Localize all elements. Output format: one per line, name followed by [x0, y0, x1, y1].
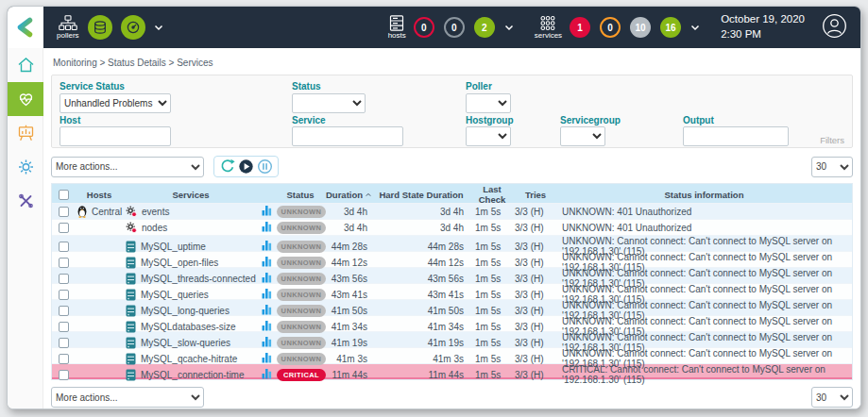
top-action-bar: More actions... 30	[51, 156, 853, 177]
row-checkbox[interactable]	[59, 370, 69, 380]
row-checkbox[interactable]	[59, 322, 69, 332]
col-last-check[interactable]: Last Check	[469, 184, 515, 205]
col-tries[interactable]: Tries	[515, 190, 556, 200]
more-actions-select-top[interactable]: More actions...	[51, 157, 204, 177]
service-cell[interactable]: MySQL_long-queries	[124, 305, 258, 317]
row-checkbox[interactable]	[59, 242, 69, 252]
services-chevron-down-icon[interactable]	[690, 25, 700, 31]
table-row[interactable]: MySQLdatabases-size UNKNOWN 41m 34s 41m …	[52, 315, 852, 331]
main-content: Monitoring > Status Details > Services S…	[43, 48, 860, 409]
service-cell[interactable]: MySQL_connection-time	[124, 369, 258, 381]
current-date: October 19, 2020	[721, 12, 805, 27]
tries-cell: 3/3 (H)	[515, 274, 556, 284]
more-actions-select-bottom[interactable]: More actions...	[51, 387, 204, 408]
graph-cell[interactable]	[258, 272, 275, 285]
page-size-select-bottom[interactable]: 30	[811, 387, 853, 408]
service-cell[interactable]: MySQL_threads-connected	[124, 273, 258, 285]
status-information-cell: CRITICAL: Cannot connect: Can't connect …	[556, 364, 852, 385]
duration-cell: 11m 44s	[326, 370, 373, 380]
sidebar-item-configuration[interactable]	[8, 150, 43, 184]
graph-cell[interactable]	[258, 304, 275, 317]
col-duration[interactable]: Duration	[326, 190, 373, 200]
centreon-logo[interactable]	[8, 7, 43, 48]
play-icon[interactable]	[238, 158, 254, 175]
table-row[interactable]: MySQL_slow-queries UNKNOWN 41m 19s 41m 1…	[52, 331, 852, 347]
select-all-checkbox[interactable]	[59, 190, 69, 200]
servicegroup-select[interactable]	[560, 126, 605, 146]
col-hosts[interactable]: Hosts	[75, 190, 124, 200]
table-row[interactable]: nodes UNKNOWN 3d 4h 3d 4h 1m 5s 3/3 (H) …	[52, 219, 852, 235]
row-checkbox[interactable]	[59, 354, 69, 364]
status-cell: UNKNOWN	[275, 241, 326, 253]
graph-cell[interactable]	[258, 256, 275, 269]
service-cell[interactable]: MySQL_qcache-hitrate	[124, 353, 258, 365]
table-row[interactable]: MySQL_long-queries UNKNOWN 41m 50s 41m 5…	[52, 299, 852, 315]
status-counter-badge[interactable]: 1	[570, 17, 590, 38]
host-input[interactable]	[60, 126, 171, 146]
graph-cell[interactable]	[258, 205, 275, 218]
status-select[interactable]	[292, 93, 366, 113]
status-counter-badge[interactable]: 2	[474, 17, 495, 38]
sidebar-item-monitoring[interactable]	[8, 82, 43, 116]
database-status-button[interactable]	[88, 15, 112, 40]
row-checkbox[interactable]	[59, 223, 69, 233]
row-checkbox[interactable]	[59, 306, 69, 316]
hosts-menu[interactable]: hosts	[388, 15, 406, 40]
service-cell[interactable]: MySQL_open-files	[124, 257, 258, 269]
output-input[interactable]	[683, 126, 789, 146]
table-row[interactable]: MySQL_uptime UNKNOWN 44m 28s 44m 28s 1m …	[52, 235, 852, 251]
status-counter-badge[interactable]: 16	[660, 17, 681, 38]
service-cell[interactable]: MySQL_queries	[124, 289, 258, 301]
pause-icon[interactable]	[257, 158, 273, 175]
graph-cell[interactable]	[258, 288, 275, 301]
services-menu[interactable]: services	[535, 15, 562, 40]
row-checkbox[interactable]	[59, 274, 69, 284]
sidebar-item-administration[interactable]	[8, 184, 43, 218]
table-row[interactable]: MySQL_qcache-hitrate UNKNOWN 41m 3s 41m …	[52, 347, 852, 363]
graph-cell[interactable]	[258, 368, 275, 381]
col-status-information[interactable]: Status information	[556, 190, 852, 200]
table-row[interactable]: MySQL_threads-connected UNKNOWN 43m 56s …	[52, 267, 852, 283]
pollers-menu[interactable]: pollers	[57, 15, 79, 40]
table-row[interactable]: MySQL_open-files UNKNOWN 44m 12s 44m 12s…	[52, 251, 852, 267]
table-row[interactable]: MySQL_connection-time CRITICAL 11m 44s 1…	[52, 363, 852, 379]
breadcrumb[interactable]: Monitoring > Status Details > Services	[43, 48, 860, 68]
row-checkbox[interactable]	[59, 258, 69, 268]
status-counter-badge[interactable]: 0	[600, 17, 621, 38]
service-cell[interactable]: MySQL_uptime	[124, 241, 258, 253]
hosts-chevron-down-icon[interactable]	[504, 25, 514, 31]
service-cell[interactable]: events	[124, 206, 258, 217]
refresh-icon[interactable]	[219, 158, 235, 175]
table-row[interactable]: Central events	[52, 203, 852, 219]
row-checkbox[interactable]	[59, 338, 69, 348]
status-counter-badge[interactable]: 0	[444, 17, 465, 38]
host-cell[interactable]: Central	[75, 205, 124, 218]
service-input[interactable]	[292, 126, 403, 146]
status-counter-badge[interactable]: 0	[414, 17, 434, 38]
sidebar-item-home[interactable]	[8, 48, 43, 82]
table-row[interactable]: MySQL_queries UNKNOWN 43m 41s 43m 41s 1m…	[52, 283, 852, 299]
poller-select[interactable]	[466, 93, 511, 113]
row-checkbox[interactable]	[59, 207, 69, 217]
graph-cell[interactable]	[258, 240, 275, 253]
broker-status-button[interactable]	[121, 15, 145, 40]
service-cell[interactable]: MySQLdatabases-size	[124, 321, 258, 333]
hostgroup-select[interactable]	[466, 126, 511, 146]
col-status[interactable]: Status	[275, 190, 326, 200]
pollers-chevron-down-icon[interactable]	[154, 25, 163, 31]
col-hard-state-duration[interactable]: Hard State Duration	[373, 190, 469, 200]
service-cell[interactable]: MySQL_slow-queries	[124, 337, 258, 349]
user-menu[interactable]	[822, 13, 847, 42]
service-name: MySQL_threads-connected	[141, 274, 256, 284]
row-checkbox[interactable]	[59, 290, 69, 300]
status-counter-badge[interactable]: 10	[630, 17, 651, 38]
col-services[interactable]: Services	[124, 190, 258, 200]
sidebar-item-reporting[interactable]	[8, 116, 43, 150]
service-status-select[interactable]: Unhandled Problems	[60, 93, 171, 113]
graph-cell[interactable]	[258, 320, 275, 333]
graph-cell[interactable]	[258, 336, 275, 349]
page-size-select-top[interactable]: 30	[811, 157, 853, 177]
graph-cell[interactable]	[258, 221, 275, 234]
service-cell[interactable]: nodes	[124, 222, 258, 233]
graph-cell[interactable]	[258, 352, 275, 365]
